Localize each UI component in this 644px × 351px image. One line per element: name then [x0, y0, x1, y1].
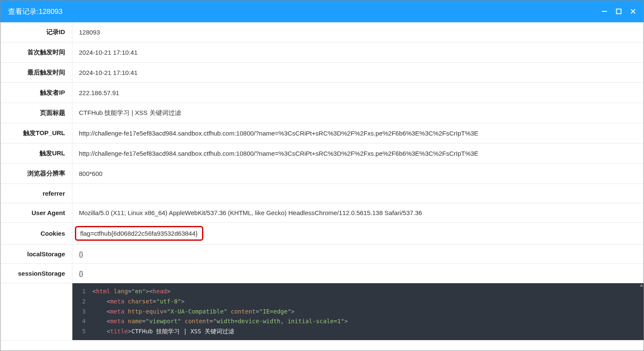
code-scrollbar[interactable] [639, 283, 644, 340]
code-token: name [128, 318, 142, 324]
row-label: 页面标题 [0, 103, 72, 123]
code-token: > [291, 308, 295, 315]
code-token: < [93, 288, 96, 295]
content-scroll-area[interactable]: 记录ID128093首次触发时间2024-10-21 17:10:41最后触发时… [0, 22, 644, 351]
row-label: 触发TOP_URL [0, 123, 72, 144]
row-value: http://challenge-fe17e5ef83acd984.sandbo… [72, 123, 644, 144]
code-token: meta [110, 318, 125, 324]
code-line: 4 <meta name="viewport" content="width=d… [72, 316, 644, 327]
row-value: http://challenge-fe17e5ef83acd984.sandbo… [72, 144, 644, 164]
code-token [93, 308, 107, 315]
code-line-text: <title>CTFHub 技能学习 | XSS 关键词过滤 [93, 327, 644, 337]
table-row: 触发TOP_URLhttp://challenge-fe17e5ef83acd9… [0, 123, 644, 144]
code-row: 1<html lang="en"><head>2 <meta charset="… [0, 283, 644, 340]
row-label: sessionStorage [0, 264, 72, 283]
row-label: 首次触发时间 [0, 43, 72, 63]
code-line: 2 <meta charset="utf-8"> [72, 297, 644, 307]
code-line-number: 3 [72, 307, 93, 317]
row-value: CTFHub 技能学习 | XSS 关键词过滤 [72, 103, 644, 123]
row-label: localStorage [0, 245, 72, 264]
code-token: "en" [131, 288, 146, 295]
code-token [93, 328, 107, 335]
code-line: 1<html lang="en"><head> [72, 287, 644, 297]
code-token: charset [128, 298, 153, 305]
table-row: 记录ID128093 [0, 22, 644, 43]
code-token: "X-UA-Compatible" [167, 308, 227, 315]
code-token: lang [114, 288, 128, 295]
minimize-icon[interactable] [601, 8, 607, 14]
code-token [124, 318, 128, 324]
code-token [110, 288, 114, 295]
code-token: html [96, 288, 110, 295]
table-row: 触发者IP222.186.57.91 [0, 83, 644, 103]
table-row: 页面标题CTFHub 技能学习 | XSS 关键词过滤 [0, 103, 644, 123]
code-token [93, 298, 107, 305]
row-value [72, 184, 644, 203]
row-label: User Agent [0, 203, 72, 223]
window-title: 查看记录:128093 [8, 7, 62, 16]
svg-rect-1 [617, 9, 621, 14]
code-token: < [106, 318, 110, 324]
code-token: "IE=edge" [259, 308, 291, 315]
code-cell: 1<html lang="en"><head>2 <meta charset="… [72, 283, 644, 340]
row-label: 最后触发时间 [0, 63, 72, 83]
detail-table: 记录ID128093首次触发时间2024-10-21 17:10:41最后触发时… [0, 22, 644, 340]
code-token [181, 318, 184, 324]
code-token: > [344, 318, 348, 324]
code-line-number: 2 [72, 297, 93, 307]
code-token: "width=device-width, initial-scale=1" [213, 318, 344, 324]
code-line-text: <html lang="en"><head> [93, 287, 644, 297]
code-line: 5 <title>CTFHub 技能学习 | XSS 关键词过滤 [72, 327, 644, 337]
code-line-number: 4 [72, 316, 93, 327]
code-token: content [185, 318, 210, 324]
row-value: {} [72, 264, 644, 283]
code-line-text: <meta name="viewport" content="width=dev… [93, 316, 644, 327]
table-row: 首次触发时间2024-10-21 17:10:41 [0, 43, 644, 63]
code-token: http-equiv [128, 308, 163, 315]
table-row: 触发URLhttp://challenge-fe17e5ef83acd984.s… [0, 144, 644, 164]
code-token: = [255, 308, 259, 315]
code-token: = [128, 288, 131, 295]
row-label: 记录ID [0, 22, 72, 43]
code-token: > [128, 328, 131, 335]
row-value: Mozilla/5.0 (X11; Linux x86_64) AppleWeb… [72, 203, 644, 223]
code-token [124, 308, 128, 315]
row-value: flag=ctfhub{6d068d22c56fa93532d63844} [72, 223, 644, 245]
code-token: "utf-8" [156, 298, 181, 305]
code-token: = [142, 318, 146, 324]
table-row: referrer [0, 184, 644, 203]
code-token [124, 298, 128, 305]
table-row: 最后触发时间2024-10-21 17:10:41 [0, 63, 644, 83]
code-line-number: 1 [72, 287, 93, 297]
table-row: Cookiesflag=ctfhub{6d068d22c56fa93532d63… [0, 223, 644, 245]
table-row: User AgentMozilla/5.0 (X11; Linux x86_64… [0, 203, 644, 223]
title-bar: 查看记录:128093 [0, 0, 644, 22]
code-token [93, 318, 107, 324]
code-token: head [153, 288, 167, 295]
code-block[interactable]: 1<html lang="en"><head>2 <meta charset="… [72, 283, 644, 340]
highlight-box: flag=ctfhub{6d068d22c56fa93532d63844} [75, 226, 203, 241]
code-token: "viewport" [146, 318, 181, 324]
code-token: meta [110, 308, 125, 315]
row-value: 800*600 [72, 164, 644, 184]
code-line-text: <meta charset="utf-8"> [93, 297, 644, 307]
code-token: = [210, 318, 213, 324]
table-row: 浏览器分辨率800*600 [0, 164, 644, 184]
code-token: content [231, 308, 255, 315]
window-controls [601, 8, 636, 14]
maximize-icon[interactable] [616, 8, 622, 14]
dialog-window: 查看记录:128093 记录ID128093首次触发时间2024-10-21 1… [0, 0, 644, 351]
row-value: 2024-10-21 17:10:41 [72, 63, 644, 83]
row-value: 222.186.57.91 [72, 83, 644, 103]
svg-marker-4 [640, 284, 643, 287]
row-label: 触发者IP [0, 83, 72, 103]
code-token: < [106, 328, 110, 335]
code-label [0, 283, 72, 340]
row-value: {} [72, 245, 644, 264]
table-row: sessionStorage{} [0, 264, 644, 283]
row-value: 128093 [72, 22, 644, 43]
code-token: < [106, 308, 110, 315]
code-line-number: 5 [72, 327, 93, 337]
table-row: localStorage{} [0, 245, 644, 264]
close-icon[interactable] [630, 8, 636, 14]
